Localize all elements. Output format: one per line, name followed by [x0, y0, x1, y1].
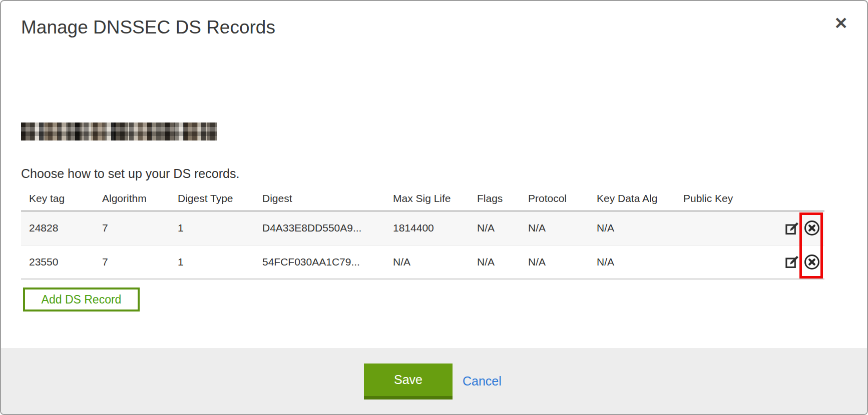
cell-protocol: N/A: [520, 245, 589, 279]
save-button[interactable]: Save: [364, 364, 453, 400]
table-row: 24828 7 1 D4A33E8DD550A9... 1814400 N/A …: [21, 211, 824, 245]
table-header-row: Key tag Algorithm Digest Type Digest Max…: [21, 186, 824, 211]
edit-record-button[interactable]: [784, 254, 800, 270]
edit-icon: [784, 254, 800, 270]
dialog-footer: Save Cancel: [1, 348, 867, 415]
edit-icon: [784, 220, 800, 236]
cell-max-sig-life: 1814400: [385, 211, 469, 245]
cell-public-key: [675, 211, 775, 245]
column-header-digest: Digest: [254, 186, 385, 211]
cell-digest: D4A33E8DD550A9...: [254, 211, 385, 245]
cell-key-tag: 24828: [21, 211, 94, 245]
page-title: Manage DNSSEC DS Records: [21, 17, 275, 38]
column-header-key-data-alg: Key Data Alg: [589, 186, 675, 211]
column-header-digest-type: Digest Type: [170, 186, 254, 211]
cell-flags: N/A: [469, 245, 520, 279]
edit-record-button[interactable]: [784, 220, 800, 236]
cell-actions: [775, 245, 824, 279]
cell-max-sig-life: N/A: [385, 245, 469, 279]
add-ds-record-button[interactable]: Add DS Record: [23, 288, 140, 312]
cell-digest-type: 1: [170, 245, 254, 279]
delete-record-button[interactable]: [803, 254, 820, 270]
column-header-public-key: Public Key: [675, 186, 775, 211]
table-row: 23550 7 1 54FCF030AA1C79... N/A N/A N/A …: [21, 245, 824, 279]
cell-flags: N/A: [469, 211, 520, 245]
cell-digest-type: 1: [170, 211, 254, 245]
cell-key-data-alg: N/A: [589, 245, 675, 279]
cancel-link[interactable]: Cancel: [463, 374, 502, 388]
ds-records-table: Key tag Algorithm Digest Type Digest Max…: [21, 186, 824, 280]
circle-x-icon: [803, 220, 820, 236]
cell-actions: [775, 211, 824, 245]
column-header-algorithm: Algorithm: [94, 186, 170, 211]
column-header-max-sig-life: Max Sig Life: [385, 186, 469, 211]
column-header-protocol: Protocol: [520, 186, 589, 211]
delete-record-button[interactable]: [803, 220, 820, 236]
cell-protocol: N/A: [520, 211, 589, 245]
cell-key-tag: 23550: [21, 245, 94, 279]
cell-algorithm: 7: [94, 245, 170, 279]
circle-x-icon: [803, 254, 820, 270]
cell-key-data-alg: N/A: [589, 211, 675, 245]
cell-algorithm: 7: [94, 211, 170, 245]
manage-dnssec-dialog: Manage DNSSEC DS Records ✕ Choose how to…: [0, 0, 868, 415]
column-header-key-tag: Key tag: [21, 186, 94, 211]
column-header-flags: Flags: [469, 186, 520, 211]
instruction-text: Choose how to set up your DS records.: [21, 166, 239, 181]
column-header-actions: [775, 186, 824, 211]
close-icon[interactable]: ✕: [830, 12, 852, 34]
cell-digest: 54FCF030AA1C79...: [254, 245, 385, 279]
redacted-domain-name: [21, 122, 217, 140]
cell-public-key: [675, 245, 775, 279]
